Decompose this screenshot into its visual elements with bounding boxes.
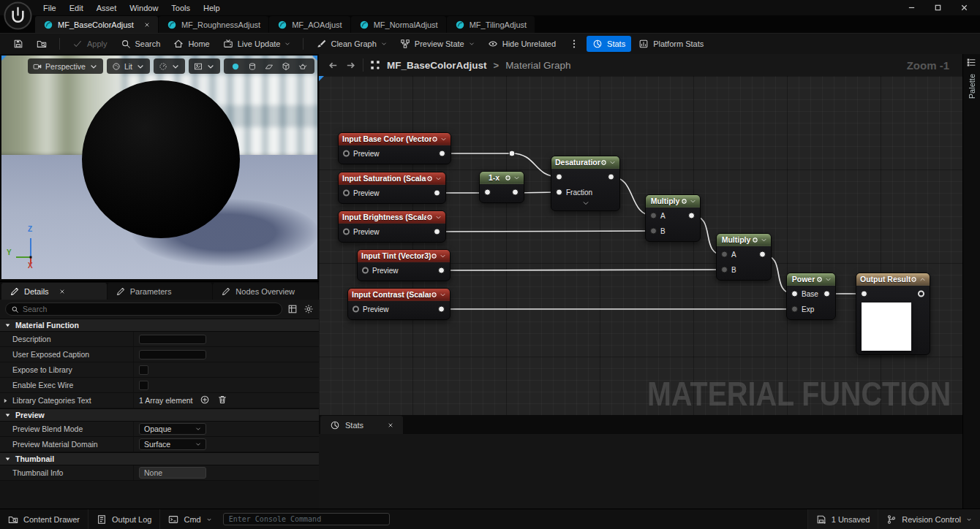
section-header-thumbnail[interactable]: Thumbnail <box>0 452 319 465</box>
shading-mode-dropdown[interactable]: Lit <box>107 58 150 74</box>
menu-window[interactable]: Window <box>123 1 165 15</box>
output-pin[interactable] <box>512 189 519 195</box>
node-expander[interactable] <box>551 199 619 208</box>
preview-state-button[interactable]: Preview State <box>394 36 480 52</box>
maximize-button[interactable] <box>927 1 948 14</box>
node-header[interactable]: Output Result <box>856 273 930 286</box>
asset-tab-mf-normaladjust[interactable]: MF_NormalAdjust <box>351 16 446 33</box>
live-update-button[interactable]: Live Update <box>217 36 297 52</box>
console-command-input[interactable] <box>223 513 390 525</box>
reroute-dot[interactable] <box>509 151 515 156</box>
details-tab-nodes-overview[interactable]: Nodes Overview <box>213 283 318 300</box>
output-pin[interactable] <box>688 212 695 218</box>
table-view-icon[interactable] <box>287 304 298 314</box>
breadcrumb-page[interactable]: Material Graph <box>505 60 570 71</box>
revision-control-dropdown[interactable]: Revision Control <box>878 509 980 529</box>
asset-tab-mf-basecoloradjust[interactable]: MF_BaseColorAdjust <box>35 16 158 33</box>
menu-help[interactable]: Help <box>197 1 227 15</box>
node-header[interactable]: Multiply <box>717 234 771 246</box>
cmd-dropdown[interactable]: Cmd <box>160 509 219 529</box>
shape-plane-button[interactable] <box>263 60 276 73</box>
details-search-input[interactable] <box>23 305 276 313</box>
close-button[interactable] <box>954 1 974 14</box>
input-pin[interactable] <box>343 228 350 235</box>
browse-button[interactable] <box>31 36 53 52</box>
node-header[interactable]: Input Brightness (Scalar) <box>339 211 445 224</box>
minimize-button[interactable] <box>901 1 921 14</box>
node-input-brightness[interactable]: Input Brightness (Scalar)Preview <box>338 210 446 243</box>
output-pin[interactable] <box>438 267 445 273</box>
palette-sidebar[interactable]: Palette <box>962 54 980 509</box>
node-header[interactable]: Multiply <box>646 195 700 208</box>
material-graph-canvas[interactable]: Input Base Color (Vector3)PreviewInput S… <box>319 76 962 415</box>
node-input-contrast[interactable]: Input Contrast (Scalar)Preview <box>347 288 451 320</box>
input-pin[interactable] <box>556 189 562 195</box>
input-pin[interactable] <box>650 227 657 234</box>
details-search-box[interactable] <box>5 302 282 316</box>
menu-file[interactable]: File <box>37 1 63 15</box>
add-element-button[interactable] <box>200 395 210 406</box>
save-button[interactable] <box>7 36 29 52</box>
asset-tab-mf-tilingadjust[interactable]: MF_TilingAdjust <box>447 16 535 33</box>
node-header[interactable]: Desaturation <box>551 156 619 169</box>
node-output-result[interactable]: Output Result <box>856 273 930 355</box>
clean-graph-button[interactable]: Clean Graph <box>310 36 392 52</box>
input-pin[interactable] <box>650 212 657 218</box>
close-icon[interactable] <box>59 289 65 294</box>
checkbox-expose-to-library[interactable] <box>139 365 148 375</box>
unsaved-indicator[interactable]: 1 Unsaved <box>807 509 878 529</box>
unreal-logo[interactable] <box>4 1 32 30</box>
close-icon[interactable] <box>388 422 393 428</box>
input-pin[interactable] <box>343 150 350 156</box>
node-header[interactable]: Input Tint (Vector3) <box>358 250 450 262</box>
output-pin[interactable] <box>434 228 440 235</box>
more-button[interactable] <box>563 36 585 52</box>
node-multiply-2[interactable]: MultiplyAB <box>716 233 772 281</box>
output-pin[interactable] <box>759 251 766 257</box>
view-options-dropdown[interactable] <box>154 58 185 74</box>
dropdown-preview-blend-mode[interactable]: Opaque <box>139 423 206 435</box>
breadcrumb-asset[interactable]: MF_BaseColorAdjust <box>387 60 487 71</box>
node-multiply-1[interactable]: MultiplyAB <box>645 194 701 242</box>
input-pin[interactable] <box>721 251 728 257</box>
stats-tab[interactable]: Stats <box>320 416 403 434</box>
checkbox-enable-exec-wire[interactable] <box>139 381 148 390</box>
node-desaturation[interactable]: DesaturationFraction <box>551 156 620 211</box>
asset-tab-mf-aoadjust[interactable]: MF_AOAdjust <box>269 16 350 33</box>
output-pin[interactable] <box>608 173 614 180</box>
menu-asset[interactable]: Asset <box>90 1 124 15</box>
output-pin[interactable] <box>823 290 830 297</box>
input-pin[interactable] <box>343 189 350 196</box>
node-input-tint[interactable]: Input Tint (Vector3)Preview <box>357 249 451 281</box>
stats-button[interactable]: Stats <box>587 36 631 52</box>
node-power[interactable]: PowerBaseExp <box>786 273 836 320</box>
node-header[interactable]: Power <box>787 273 835 286</box>
node-header[interactable]: Input Base Color (Vector3) <box>339 133 451 145</box>
expand-arrow-icon[interactable] <box>2 397 9 405</box>
menu-edit[interactable]: Edit <box>63 1 90 15</box>
home-button[interactable]: Home <box>167 36 215 52</box>
platform-stats-button[interactable]: Platform Stats <box>633 36 709 52</box>
forward-button[interactable] <box>345 60 356 71</box>
delete-elements-button[interactable] <box>217 395 227 406</box>
dropdown-preview-material-domain[interactable]: Surface <box>139 438 206 450</box>
output-log-button[interactable]: Output Log <box>88 509 160 529</box>
input-pin[interactable] <box>791 305 798 312</box>
preview-viewport[interactable]: Perspective Lit <box>0 54 319 281</box>
input-pin[interactable] <box>353 305 359 312</box>
shape-sphere-button[interactable] <box>229 60 242 73</box>
output-pin[interactable] <box>434 189 440 196</box>
node-header[interactable]: Input Saturation (Scalar) <box>339 172 445 185</box>
camera-mode-dropdown[interactable]: Perspective <box>28 58 103 74</box>
text-field-description[interactable] <box>139 335 206 344</box>
shape-cylinder-button[interactable] <box>246 60 259 73</box>
input-pin[interactable] <box>861 290 867 297</box>
asset-tab-mf-roughnessadjust[interactable]: MF_RoughnessAdjust <box>159 16 268 33</box>
shape-teapot-button[interactable] <box>296 60 309 73</box>
input-pin[interactable] <box>791 290 798 297</box>
node-header[interactable]: 1-x <box>480 172 524 184</box>
node-header[interactable]: Input Contrast (Scalar) <box>348 289 450 301</box>
node-one-minus-x[interactable]: 1-x <box>479 171 524 203</box>
apply-button[interactable]: Apply <box>67 36 113 52</box>
shape-cube-button[interactable] <box>279 60 293 73</box>
